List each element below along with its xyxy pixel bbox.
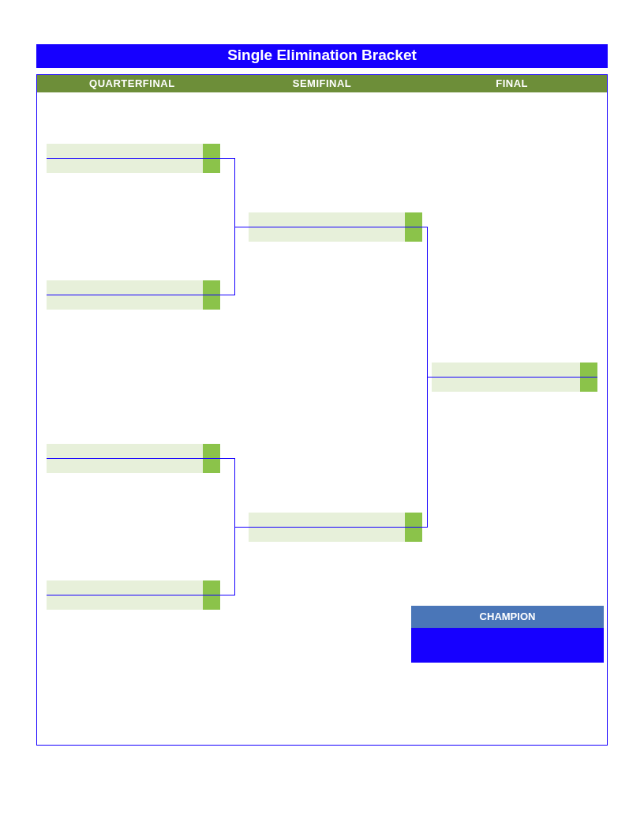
qf2-team-a[interactable] [47,280,203,295]
qf4-score-b[interactable] [203,595,220,610]
connector-line [427,377,432,378]
champion-name[interactable] [411,628,604,663]
match-qf2 [47,280,220,310]
page-title: Single Elimination Bracket [36,44,608,68]
qf2-team-b[interactable] [47,295,203,310]
bracket-container: QUARTERFINAL SEMIFINAL FINAL [36,74,608,746]
connector-line [220,158,234,159]
match-qf4 [47,580,220,610]
qf3-team-a[interactable] [47,444,203,458]
qf1-team-b[interactable] [47,159,203,173]
sf2-score-a[interactable] [405,513,422,527]
sf1-team-b[interactable] [249,227,405,242]
round-header-quarterfinal: QUARTERFINAL [37,75,227,92]
connector-line [220,295,234,295]
connector-line [234,227,249,227]
f1-score-a[interactable] [580,363,597,377]
sf1-team-a[interactable] [249,212,405,227]
qf1-score-a[interactable] [203,144,220,158]
connector-line [220,595,234,595]
sf1-score-b[interactable] [405,227,422,242]
match-sf1 [249,212,422,242]
f1-score-b[interactable] [580,378,597,392]
sf2-team-b[interactable] [249,528,405,542]
qf1-team-a[interactable] [47,144,203,158]
champion-header: CHAMPION [411,606,604,628]
match-sf2 [249,513,422,542]
match-qf1 [47,144,220,173]
qf1-score-b[interactable] [203,159,220,173]
sf1-score-a[interactable] [405,212,422,227]
qf3-team-b[interactable] [47,459,203,473]
qf4-score-a[interactable] [203,580,220,595]
qf3-score-a[interactable] [203,444,220,458]
round-header-semifinal: SEMIFINAL [227,75,417,92]
qf4-team-b[interactable] [47,595,203,610]
connector-line [220,458,234,459]
connector-line [234,527,249,528]
sf2-team-a[interactable] [249,513,405,527]
f1-team-a[interactable] [432,363,580,377]
match-qf3 [47,444,220,473]
qf3-score-b[interactable] [203,459,220,473]
match-final [432,363,597,392]
round-header-final: FINAL [417,75,607,92]
f1-team-b[interactable] [432,378,580,392]
sf2-score-b[interactable] [405,528,422,542]
qf2-score-a[interactable] [203,280,220,295]
qf4-team-a[interactable] [47,580,203,595]
qf2-score-b[interactable] [203,295,220,310]
